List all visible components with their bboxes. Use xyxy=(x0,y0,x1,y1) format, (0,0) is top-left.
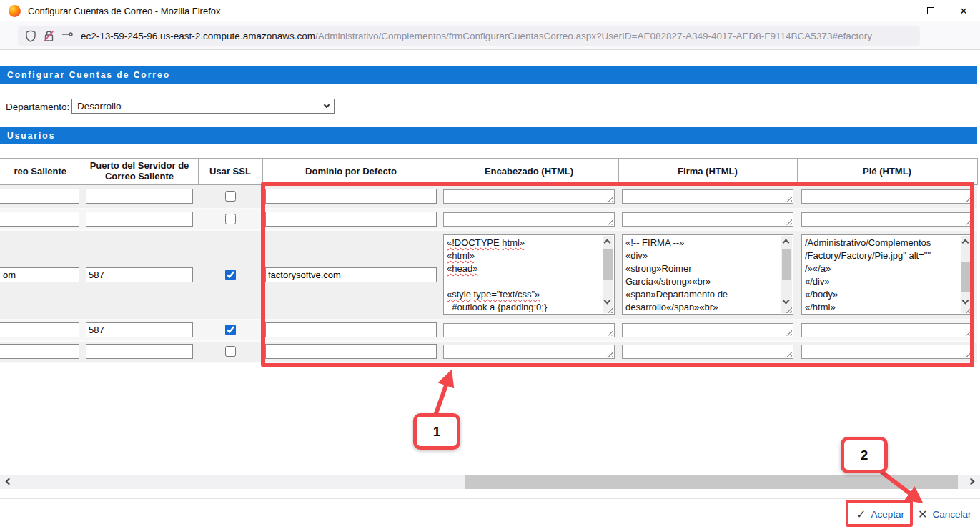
dominio-input[interactable] xyxy=(265,212,437,227)
scroll-down-icon[interactable] xyxy=(604,297,611,305)
col-header-dominio: Dominio por Defecto xyxy=(262,159,440,184)
maximize-button[interactable] xyxy=(914,0,947,21)
window-titlebar: Configurar Cuentas de Correo - Mozilla F… xyxy=(0,0,980,21)
x-icon: ✕ xyxy=(918,508,927,521)
departamento-select[interactable]: Desarrollo xyxy=(71,99,335,114)
scrollbar-thumb[interactable] xyxy=(961,262,971,292)
scroll-up-icon[interactable] xyxy=(962,239,969,247)
resize-grip-icon[interactable] xyxy=(606,195,613,202)
puerto-input[interactable] xyxy=(86,189,193,204)
usar-ssl-checkbox[interactable] xyxy=(225,270,236,280)
usar-ssl-checkbox[interactable] xyxy=(225,214,236,224)
table-row: «!DOCTYPE html» «html» «head» «style typ… xyxy=(0,230,977,320)
scrollbar-thumb[interactable] xyxy=(465,475,958,489)
dominio-input[interactable] xyxy=(265,267,437,282)
resize-grip-icon[interactable] xyxy=(785,218,792,225)
col-header-usar-ssl: Usar SSL xyxy=(198,159,262,184)
servidor-saliente-input[interactable] xyxy=(0,212,79,227)
departamento-selected-value: Desarrollo xyxy=(77,101,122,112)
servidor-saliente-input[interactable] xyxy=(0,189,79,204)
resize-grip-icon[interactable] xyxy=(606,329,613,336)
scroll-down-icon[interactable] xyxy=(783,297,790,305)
firma-field[interactable] xyxy=(622,345,793,359)
usar-ssl-checkbox[interactable] xyxy=(225,346,236,357)
maximize-icon xyxy=(927,7,934,14)
puerto-input[interactable] xyxy=(86,322,193,337)
pie-content: /Administrativo/Complementos /Factory/Fa… xyxy=(805,237,959,312)
scrollbar-thumb[interactable] xyxy=(603,249,613,280)
permissions-icon[interactable] xyxy=(61,31,74,41)
encabezado-field[interactable] xyxy=(443,212,615,227)
vertical-scrollbar[interactable] xyxy=(961,236,971,313)
scroll-right-icon[interactable] xyxy=(968,478,975,485)
aceptar-label: Aceptar xyxy=(871,509,904,520)
resize-grip-icon[interactable] xyxy=(785,350,792,357)
scroll-down-icon[interactable] xyxy=(962,297,969,305)
check-icon: ✓ xyxy=(856,508,866,521)
firma-field[interactable]: «!-- FIRMA --» «div» «strong»Roimer Garc… xyxy=(622,234,793,315)
encabezado-field[interactable] xyxy=(443,323,615,337)
table-row xyxy=(0,320,977,341)
section-header-usuarios: Usuarios xyxy=(0,127,977,144)
pie-field[interactable]: /Administrativo/Complementos /Factory/Fa… xyxy=(801,234,973,315)
resize-grip-icon[interactable] xyxy=(785,329,792,336)
minimize-icon xyxy=(894,11,902,11)
firma-field[interactable] xyxy=(622,323,793,337)
resize-grip-icon[interactable] xyxy=(964,195,971,202)
dominio-input[interactable] xyxy=(265,189,437,204)
resize-grip-icon[interactable] xyxy=(606,350,613,357)
dominio-input[interactable] xyxy=(265,322,437,337)
minimize-button[interactable] xyxy=(881,0,914,21)
pie-field[interactable] xyxy=(801,323,973,337)
col-header-puerto-saliente: Puerto del Servidor de Correo Saliente xyxy=(81,159,198,184)
url-domain: ec2-13-59-245-96.us-east-2.compute.amazo… xyxy=(81,31,315,41)
servidor-saliente-input[interactable] xyxy=(0,267,79,282)
resize-grip-icon[interactable] xyxy=(606,218,613,225)
url-bar[interactable]: ec2-13-59-245-96.us-east-2.compute.amazo… xyxy=(18,26,920,46)
puerto-input[interactable] xyxy=(86,344,193,359)
servidor-saliente-input[interactable] xyxy=(0,344,79,359)
url-path: /Administrativo/Complementos/frmConfigur… xyxy=(315,31,872,41)
scroll-left-icon[interactable] xyxy=(6,478,13,485)
horizontal-scrollbar[interactable] xyxy=(0,475,980,489)
window-controls: ✕ xyxy=(881,0,980,21)
chevron-down-icon xyxy=(324,102,330,108)
encabezado-field[interactable]: «!DOCTYPE html» «html» «head» «style typ… xyxy=(443,234,615,315)
page-content: Configurar Cuentas de Correo Departament… xyxy=(0,50,980,529)
resize-grip-icon[interactable] xyxy=(785,195,792,202)
firma-field[interactable] xyxy=(622,212,793,227)
close-icon: ✕ xyxy=(960,6,968,16)
pie-field[interactable] xyxy=(801,212,973,227)
firma-field[interactable] xyxy=(622,189,793,204)
puerto-input[interactable] xyxy=(86,267,193,282)
lock-insecure-icon[interactable] xyxy=(43,30,55,42)
col-header-servidor-saliente: reo Saliente xyxy=(0,159,81,184)
scroll-up-icon[interactable] xyxy=(604,239,611,247)
shield-icon[interactable] xyxy=(25,30,36,42)
resize-grip-icon[interactable] xyxy=(964,218,971,225)
encabezado-content: «!DOCTYPE html» «html» «head» «style typ… xyxy=(447,237,600,312)
servidor-saliente-input[interactable] xyxy=(0,322,79,337)
table-row xyxy=(0,341,977,362)
cancelar-button[interactable]: ✕ Cancelar xyxy=(918,508,971,521)
table-row xyxy=(0,184,977,209)
close-button[interactable]: ✕ xyxy=(947,0,980,21)
scroll-up-icon[interactable] xyxy=(783,239,790,247)
vertical-scrollbar[interactable] xyxy=(603,236,613,313)
scrollbar-thumb[interactable] xyxy=(782,249,791,280)
puerto-input[interactable] xyxy=(86,212,193,227)
encabezado-field[interactable] xyxy=(443,189,615,204)
encabezado-field[interactable] xyxy=(443,345,615,359)
table-header-row: reo Saliente Puerto del Servidor de Corr… xyxy=(0,159,977,184)
pie-field[interactable] xyxy=(801,345,973,359)
resize-grip-icon[interactable] xyxy=(964,350,971,357)
usar-ssl-checkbox[interactable] xyxy=(225,191,236,202)
pie-field[interactable] xyxy=(801,189,973,204)
aceptar-button[interactable]: ✓ Aceptar xyxy=(856,508,904,521)
usar-ssl-checkbox[interactable] xyxy=(225,325,236,335)
url-text: ec2-13-59-245-96.us-east-2.compute.amazo… xyxy=(81,31,872,41)
resize-grip-icon[interactable] xyxy=(964,329,971,336)
dominio-input[interactable] xyxy=(265,344,437,359)
section-header-cuentas: Configurar Cuentas de Correo xyxy=(0,66,977,84)
vertical-scrollbar[interactable] xyxy=(781,236,792,313)
